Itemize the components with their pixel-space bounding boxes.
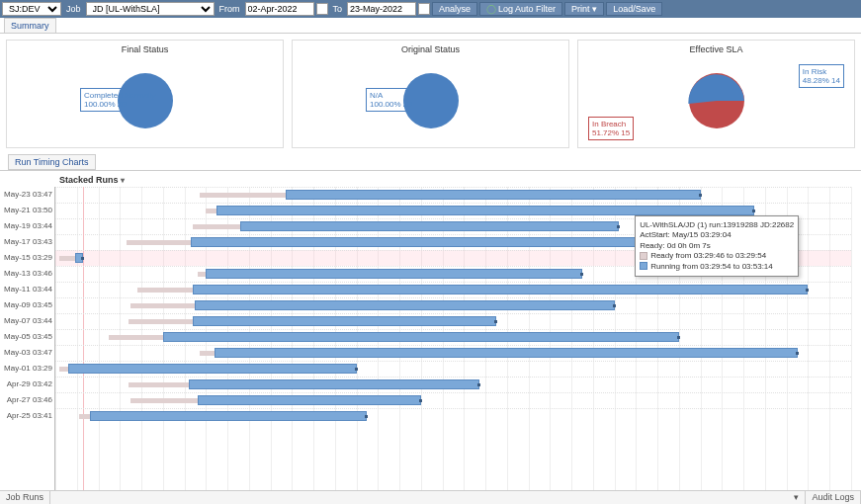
chart-title: Stacked Runs ▾ — [0, 171, 861, 187]
y-label: May-15 03:29 — [1, 253, 52, 262]
pie-legend-item: Completed Normally100.00% 29 — [80, 88, 159, 112]
ready-bar[interactable] — [206, 209, 216, 213]
y-label: May-21 03:50 — [1, 206, 52, 214]
tab-row: Summary — [0, 18, 861, 34]
running-bar[interactable] — [206, 269, 582, 279]
y-label: May-05 03:45 — [1, 332, 52, 341]
running-bar[interactable] — [195, 300, 614, 310]
ready-bar[interactable] — [137, 288, 194, 293]
y-label: May-19 03:44 — [1, 221, 52, 230]
to-label: To — [330, 4, 346, 14]
gantt-row[interactable]: May-03 03:47 — [55, 345, 851, 361]
pie-original-status: Original Status N/A100.00% 29 — [292, 40, 569, 148]
gantt-row[interactable]: Apr-25 03:41 — [55, 408, 851, 424]
gantt-row[interactable]: May-11 03:44 — [55, 282, 851, 297]
running-bar[interactable] — [240, 221, 619, 231]
ready-bar[interactable] — [109, 335, 162, 340]
running-bar[interactable] — [198, 395, 421, 405]
gantt-row[interactable]: May-07 03:44 — [55, 313, 851, 329]
y-label: May-01 03:29 — [1, 364, 52, 373]
ready-bar[interactable] — [130, 398, 197, 403]
pie-title: Original Status — [297, 44, 564, 54]
log-auto-filter-button[interactable]: ◯Log Auto Filter — [479, 2, 562, 16]
analyse-button[interactable]: Analyse — [432, 2, 477, 16]
tab-summary[interactable]: Summary — [4, 18, 56, 33]
running-bar[interactable] — [189, 379, 479, 389]
tooltip: UL-WithSLA/JD (1) run:13919288 JD:22682A… — [635, 215, 799, 277]
from-date-input[interactable] — [245, 2, 314, 16]
footer: Job Runs ▾ Audit Logs — [0, 490, 861, 504]
running-bar[interactable] — [286, 190, 701, 200]
pie-row: Final Status Completed Normally100.00% 2… — [0, 34, 861, 154]
chevron-down-icon: ▾ — [592, 4, 597, 14]
ready-bar[interactable] — [198, 272, 207, 277]
job-select[interactable]: JD [UL-WithSLA] — [86, 2, 215, 16]
ready-bar[interactable] — [193, 224, 240, 229]
ready-bar[interactable] — [59, 367, 68, 372]
running-bar[interactable] — [75, 253, 84, 263]
ready-bar[interactable] — [129, 319, 193, 324]
ready-bar[interactable] — [79, 414, 90, 419]
gantt-row[interactable]: May-19 03:44UL-WithSLA/JD (1) run:139192… — [55, 218, 851, 234]
ready-bar[interactable] — [59, 256, 74, 261]
calendar-icon[interactable] — [418, 3, 430, 15]
pie-title: Effective SLA — [582, 44, 850, 54]
running-bar[interactable] — [163, 332, 679, 342]
y-label: May-23 03:47 — [1, 190, 52, 199]
print-button[interactable]: Print ▾ — [564, 2, 604, 16]
gantt-row[interactable]: May-01 03:29 — [55, 361, 851, 377]
ready-bar[interactable] — [200, 193, 286, 198]
pie-effective-sla: Effective SLA In Risk48.28% 14 In Breach… — [577, 40, 855, 148]
toolbar: SJ:DEV Job JD [UL-WithSLA] From To Analy… — [0, 0, 861, 18]
to-date-input[interactable] — [347, 2, 416, 16]
y-label: May-09 03:45 — [1, 300, 52, 309]
ready-bar[interactable] — [200, 351, 215, 356]
job-label: Job — [63, 4, 84, 14]
from-label: From — [216, 4, 243, 14]
tab-run-timing-charts[interactable]: Run Timing Charts — [8, 154, 96, 170]
y-label: Apr-29 03:42 — [1, 379, 52, 388]
y-label: May-13 03:46 — [1, 269, 52, 278]
pie-title: Final Status — [11, 44, 279, 54]
pie-legend-item: In Risk48.28% 14 — [799, 64, 844, 88]
stacked-runs-chart[interactable]: May-23 03:47May-21 03:50May-19 03:44UL-W… — [54, 187, 851, 493]
pie-legend-item: In Breach51.72% 15 — [588, 117, 634, 140]
footer-tab-job-runs[interactable]: Job Runs — [0, 491, 50, 504]
running-bar[interactable] — [90, 411, 368, 421]
running-bar[interactable] — [68, 364, 357, 374]
calendar-icon[interactable] — [316, 3, 328, 15]
footer-dropdown[interactable]: ▾ — [788, 491, 806, 504]
running-bar[interactable] — [215, 348, 798, 358]
running-bar[interactable] — [193, 316, 496, 326]
y-label: Apr-25 03:41 — [1, 411, 52, 420]
gantt-row[interactable]: May-09 03:45 — [55, 297, 851, 313]
pie-chart-icon — [687, 71, 746, 130]
y-label: May-07 03:44 — [1, 316, 52, 325]
chevron-down-icon: ▾ — [121, 176, 125, 185]
running-bar[interactable] — [193, 285, 808, 294]
ready-bar[interactable] — [129, 382, 189, 387]
footer-tab-audit-logs[interactable]: Audit Logs — [806, 491, 861, 504]
y-label: May-03 03:47 — [1, 348, 52, 357]
ready-bar[interactable] — [127, 240, 191, 245]
y-label: May-11 03:44 — [1, 285, 52, 294]
y-label: May-17 03:43 — [1, 237, 52, 246]
running-bar[interactable] — [216, 206, 754, 215]
gantt-row[interactable]: May-23 03:47 — [55, 187, 851, 203]
ready-bar[interactable] — [130, 303, 195, 308]
gantt-row[interactable]: Apr-27 03:46 — [55, 392, 851, 408]
gantt-row[interactable]: May-05 03:45 — [55, 329, 851, 345]
env-select[interactable]: SJ:DEV — [2, 2, 61, 16]
load-save-button[interactable]: Load/Save — [606, 2, 662, 16]
gantt-row[interactable]: Apr-29 03:42 — [55, 377, 851, 392]
y-label: Apr-27 03:46 — [1, 395, 52, 404]
pie-legend-item: N/A100.00% 29 — [366, 88, 416, 112]
section-tab-row: Run Timing Charts — [0, 154, 861, 171]
pie-final-status: Final Status Completed Normally100.00% 2… — [6, 40, 284, 148]
